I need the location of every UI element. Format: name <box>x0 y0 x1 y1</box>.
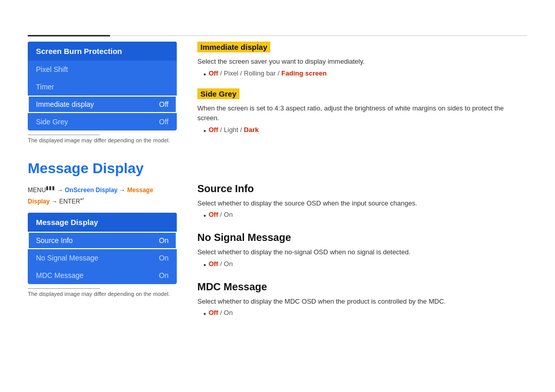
message-display-title: Message Display <box>28 160 177 177</box>
panel-item-timer[interactable]: Timer <box>28 78 177 96</box>
panel-box: Screen Burn Protection Pixel Shift Timer… <box>28 42 177 130</box>
panel-note-lower: The displayed image may differ depending… <box>28 288 177 297</box>
side-grey-desc: When the screen is set to 4:3 aspect rat… <box>197 103 527 123</box>
immediate-display-section: Immediate display Select the screen save… <box>197 42 527 80</box>
source-info-opts: Off / On <box>209 211 233 218</box>
no-signal-section: No Signal Message Select whether to disp… <box>197 232 527 271</box>
lower-section: Message Display MENU▮▮▮ → OnScreen Displ… <box>28 160 527 330</box>
panel-item-value: Off <box>159 100 169 108</box>
source-info-section: Source Info Select whether to display th… <box>197 183 527 222</box>
panel-item-label: Side Grey <box>36 118 68 126</box>
message-display-panel: Message Display Source Info On No Signal… <box>28 213 177 284</box>
bc-arrow3: → ENTER <box>50 198 80 205</box>
page-container: Screen Burn Protection Pixel Shift Timer… <box>0 0 555 392</box>
panel-item-value: On <box>159 254 169 262</box>
panel-item-label: Immediate display <box>36 100 94 108</box>
immediate-display-title: Immediate display <box>197 42 270 52</box>
panel-item-mdc[interactable]: MDC Message On <box>28 267 177 284</box>
no-signal-opts: Off / On <box>209 260 233 268</box>
immediate-opt-off: Off / Pixel / Rolling bar / Fading scree… <box>209 69 327 77</box>
breadcrumb: MENU▮▮▮ → OnScreen Display → Message Dis… <box>28 184 177 207</box>
bullet-dot: • <box>203 309 206 320</box>
immediate-bullet-row: • Off / Pixel / Rolling bar / Fading scr… <box>203 69 527 80</box>
immediate-display-desc: Select the screen saver you want to disp… <box>197 57 527 67</box>
side-grey-title: Side Grey <box>197 88 239 99</box>
upper-section: Screen Burn Protection Pixel Shift Timer… <box>28 42 527 144</box>
no-signal-desc: Select whether to display the no-signal … <box>197 247 527 257</box>
bc-arrow1: ▮▮▮ → <box>46 186 65 194</box>
immediate-display-options: • Off / Pixel / Rolling bar / Fading scr… <box>203 69 527 80</box>
divider-left <box>28 35 110 36</box>
bullet-dot: • <box>203 69 206 80</box>
upper-content-area: Immediate display Select the screen save… <box>197 42 527 144</box>
mdc-message-title: MDC Message <box>197 281 527 293</box>
panel-item-value: Off <box>159 118 169 126</box>
mdc-message-desc: Select whether to display the MDC OSD wh… <box>197 296 527 307</box>
divider-right <box>110 35 527 36</box>
side-grey-bullet-row: • Off / Light / Dark <box>203 126 527 137</box>
message-display-right: Source Info Select whether to display th… <box>197 160 527 330</box>
bullet-dot: • <box>203 211 206 221</box>
top-dividers <box>28 0 527 36</box>
panel-note-upper: The displayed image may differ depending… <box>28 135 177 143</box>
panel-item-label: Source Info <box>36 236 73 245</box>
source-info-desc: Select whether to display the source OSD… <box>197 198 527 209</box>
mdc-message-options: • Off / On <box>203 309 527 320</box>
panel-header: Screen Burn Protection <box>28 42 177 61</box>
panel-item-label: Pixel Shift <box>36 65 68 73</box>
source-info-bullet: • Off / On <box>203 211 527 221</box>
bc-arrow2: → <box>118 186 127 194</box>
bc-onscreen: OnScreen Display <box>65 186 118 194</box>
message-panel-header: Message Display <box>28 213 177 232</box>
screen-burn-panel: Screen Burn Protection Pixel Shift Timer… <box>28 42 177 144</box>
note-divider-lower <box>28 288 100 289</box>
panel-item-pixelshift[interactable]: Pixel Shift <box>28 61 177 78</box>
note-text-lower: The displayed image may differ depending… <box>28 291 170 297</box>
bullet-dot: • <box>203 126 206 137</box>
panel-item-label: Timer <box>36 83 54 91</box>
side-grey-options: • Off / Light / Dark <box>203 126 527 137</box>
message-display-left: Message Display MENU▮▮▮ → OnScreen Displ… <box>28 160 177 330</box>
mdc-bullet: • Off / On <box>203 309 527 320</box>
source-info-options: • Off / On <box>203 211 527 221</box>
mdc-opts: Off / On <box>209 309 233 316</box>
bc-enter-icon: ↵ <box>80 196 84 202</box>
panel-item-sourceinfo[interactable]: Source Info On <box>28 232 177 249</box>
no-signal-options: • Off / On <box>203 260 527 271</box>
note-text: The displayed image may differ depending… <box>28 137 170 143</box>
panel-item-sidegrey[interactable]: Side Grey Off <box>28 113 177 130</box>
panel-item-nosignal[interactable]: No Signal Message On <box>28 249 177 267</box>
bullet-dot: • <box>203 260 206 271</box>
panel-item-value: On <box>159 271 169 279</box>
panel-item-value: On <box>159 236 169 245</box>
panel-item-immediate[interactable]: Immediate display Off <box>28 96 177 113</box>
panel-item-label: No Signal Message <box>36 254 98 262</box>
panel-item-label: MDC Message <box>36 271 84 279</box>
no-signal-bullet: • Off / On <box>203 260 527 271</box>
mdc-message-section: MDC Message Select whether to display th… <box>197 281 527 320</box>
source-info-title: Source Info <box>197 183 527 195</box>
note-divider <box>28 135 100 135</box>
side-grey-opts: Off / Light / Dark <box>209 126 259 134</box>
no-signal-title: No Signal Message <box>197 232 527 244</box>
bc-menu: MENU <box>28 186 46 194</box>
side-grey-section: Side Grey When the screen is set to 4:3 … <box>197 88 527 137</box>
